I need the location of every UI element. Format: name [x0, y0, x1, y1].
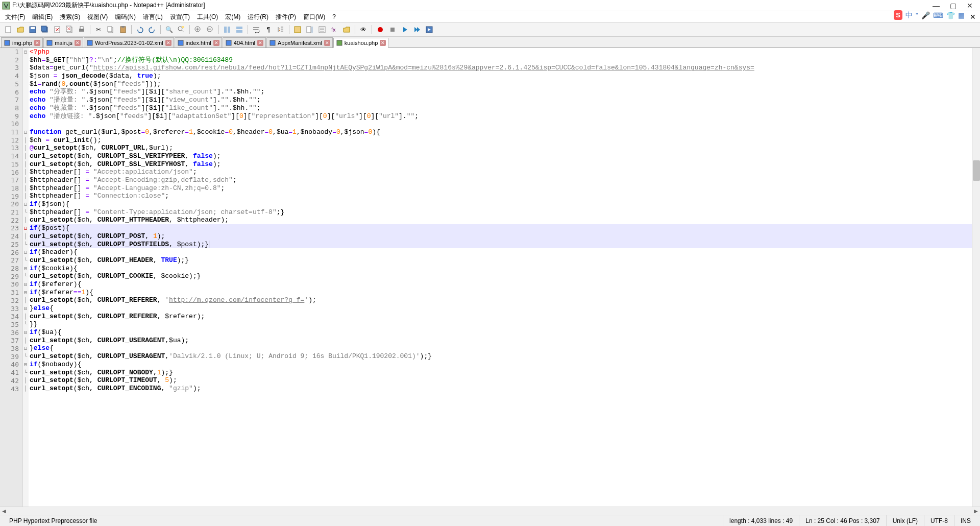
svg-rect-1 [6, 27, 11, 33]
tab-close-icon[interactable]: ✕ [324, 40, 330, 46]
redo-button[interactable] [147, 25, 157, 35]
svg-rect-31 [5, 40, 10, 45]
menu-item-7[interactable]: 工具(O) [194, 12, 221, 22]
svg-rect-20 [228, 27, 230, 33]
open-button[interactable] [15, 25, 26, 35]
maximize-button[interactable]: ▢ [950, 2, 957, 10]
indent-guide-button[interactable] [276, 25, 286, 35]
menu-item-9[interactable]: 运行(R) [244, 12, 272, 22]
svg-rect-22 [236, 30, 242, 33]
svg-rect-37 [337, 40, 342, 45]
find-button[interactable]: 🔍 [164, 25, 174, 35]
zoom-out-button[interactable] [205, 25, 215, 35]
folder-button[interactable] [341, 25, 352, 35]
replace-button[interactable] [176, 25, 186, 35]
svg-rect-14 [121, 26, 125, 28]
wordwrap-button[interactable] [251, 25, 261, 35]
menu-item-8[interactable]: 宏(M) [222, 12, 243, 22]
svg-rect-29 [390, 28, 395, 32]
tab-close-icon[interactable]: ✕ [213, 40, 219, 46]
ime-zhong-icon[interactable]: 中 [905, 11, 913, 20]
menu-item-4[interactable]: 编码(N) [112, 12, 139, 22]
file-icon [46, 39, 53, 46]
tab-close-icon[interactable]: ✕ [257, 40, 263, 46]
record-macro-button[interactable] [375, 25, 385, 35]
copy-button[interactable] [106, 25, 116, 35]
menu-item-3[interactable]: 视图(V) [84, 12, 111, 22]
tab-2[interactable]: WordPress.2023-01-02.xml✕ [84, 37, 174, 47]
svg-rect-19 [224, 27, 227, 33]
close-file-button[interactable] [52, 25, 62, 35]
status-eol[interactable]: Unix (LF) [887, 515, 924, 526]
tab-close-icon[interactable]: ✕ [75, 40, 81, 46]
menu-item-6[interactable]: 设置(T) [167, 12, 193, 22]
scrollbar-thumb[interactable] [973, 160, 980, 181]
paste-button[interactable] [118, 25, 128, 35]
menu-item-10[interactable]: 插件(P) [273, 12, 299, 22]
toolbar-separator [355, 25, 355, 34]
close-button[interactable]: ✕ [967, 2, 973, 10]
undo-button[interactable] [135, 25, 145, 35]
tab-label: main.js [55, 40, 72, 46]
tab-close-icon[interactable]: ✕ [380, 40, 386, 46]
sogou-ime-icon[interactable]: S [894, 10, 902, 20]
cut-button[interactable]: ✂ [93, 25, 104, 35]
func-list-button[interactable]: fx [329, 25, 339, 35]
tab-label: index.html [186, 40, 211, 46]
file-icon [177, 39, 184, 46]
tab-close-icon[interactable]: ✕ [165, 40, 172, 46]
tab-close-icon[interactable]: ✕ [34, 40, 40, 46]
menu-item-2[interactable]: 搜索(S) [57, 12, 83, 22]
menubar: 文件(F)编辑(E)搜索(S)视图(V)编码(N)语言(L)设置(T)工具(O)… [0, 11, 980, 22]
svg-rect-23 [295, 27, 301, 33]
scroll-right-icon[interactable]: ► [972, 508, 980, 515]
status-ins[interactable]: INS [954, 515, 977, 526]
scroll-left-icon[interactable]: ◄ [0, 508, 8, 515]
tab-label: 404.html [234, 40, 255, 46]
menu-item-1[interactable]: 编辑(E) [29, 12, 56, 22]
menu-item-11[interactable]: 窗口(W) [300, 12, 328, 22]
tab-4[interactable]: 404.html✕ [223, 37, 266, 47]
menu-item-5[interactable]: 语言(L) [140, 12, 166, 22]
tab-0[interactable]: img.php✕ [1, 37, 43, 47]
ime-keyboard-icon[interactable]: ⌨ [933, 11, 943, 19]
zoom-in-button[interactable] [193, 25, 203, 35]
window-title: F:\大鹏源码网\2023最新快手\kuaishou.php - Notepad… [12, 1, 933, 10]
monitor-button[interactable]: 👁 [358, 25, 369, 35]
show-all-chars-button[interactable]: ¶ [263, 25, 274, 35]
status-encoding[interactable]: UTF-8 [924, 515, 954, 526]
ime-skin-icon[interactable]: 👕 [946, 11, 955, 19]
new-button[interactable] [3, 25, 13, 35]
vertical-scrollbar[interactable] [972, 48, 980, 507]
toolbar-separator [218, 25, 219, 34]
print-button[interactable] [77, 25, 87, 35]
ime-grid-icon[interactable]: ▦ [958, 11, 965, 19]
doc-list-button[interactable] [317, 25, 327, 35]
fold-column[interactable]: ⊟⊟││││││││⊟└│⊟│└⊟└⊟└⊟⊟│⊟│└⊟│⊟└⊟└││ [22, 48, 29, 507]
doc-map-button[interactable] [305, 25, 315, 35]
code-editor[interactable]: <?php$hh=$_GET["hh"]?:"\n";//换行符号(默认\n)Q… [29, 48, 972, 507]
save-macro-button[interactable] [424, 25, 434, 35]
status-filetype: PHP Hypertext Preprocessor file [3, 515, 723, 526]
close-all-button[interactable] [64, 25, 75, 35]
tab-3[interactable]: index.html✕ [175, 37, 222, 47]
tab-6[interactable]: kuaishou.php✕ [333, 38, 388, 48]
tab-5[interactable]: AppxManifest.xml✕ [266, 37, 333, 47]
menubar-close-icon[interactable]: ✕ [970, 13, 976, 21]
menu-item-0[interactable]: 文件(F) [2, 12, 28, 22]
sync-h-button[interactable] [234, 25, 244, 35]
horizontal-scrollbar[interactable]: ◄ ► [0, 507, 980, 515]
ime-punct-icon[interactable]: " [916, 11, 918, 19]
tab-1[interactable]: main.js✕ [43, 37, 83, 47]
minimize-button[interactable]: — [933, 2, 940, 10]
play-macro-button[interactable] [400, 25, 410, 35]
sync-v-button[interactable] [222, 25, 232, 35]
stop-macro-button[interactable] [387, 25, 398, 35]
play-multi-button[interactable] [412, 25, 422, 35]
menu-item-12[interactable]: ? [329, 12, 339, 21]
lang-button[interactable] [292, 25, 303, 35]
ime-mic-icon[interactable]: 🎤 [921, 11, 930, 19]
save-button[interactable] [28, 25, 38, 35]
svg-point-15 [178, 27, 182, 31]
save-all-button[interactable] [40, 25, 50, 35]
